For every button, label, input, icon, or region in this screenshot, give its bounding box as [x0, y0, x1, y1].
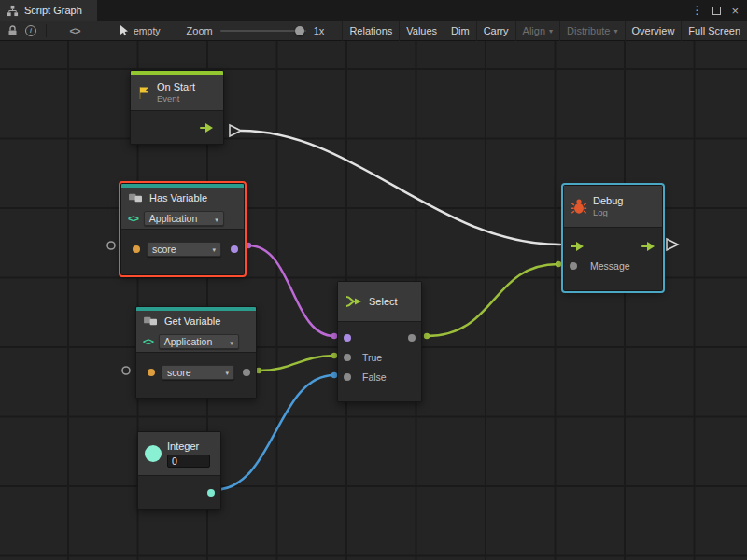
dim-label: Dim [451, 25, 470, 36]
flow-output-port[interactable] [200, 123, 214, 133]
node-header[interactable]: Select [338, 282, 421, 321]
select-true-port[interactable] [344, 354, 351, 361]
zoom-slider[interactable] [220, 25, 306, 36]
selection-status-label: empty [134, 25, 161, 36]
relations-button[interactable]: Relations [342, 21, 399, 41]
node-debug-log[interactable]: Debug Log Message [563, 185, 663, 291]
node-has-variable[interactable]: Has Variable <> Application ▾ score ▾ [120, 183, 245, 275]
node-body [131, 110, 223, 144]
info-icon: i [25, 25, 36, 36]
relations-label: Relations [349, 25, 392, 36]
chevron-down-icon: ▾ [215, 217, 218, 223]
tab-script-graph[interactable]: Script Graph [0, 0, 97, 21]
graph-toolbar: i <> empty Zoom 1x Relations Values Dim … [0, 21, 747, 41]
select-output-port[interactable] [408, 334, 416, 342]
node-body: Message [564, 227, 662, 290]
cursor-icon [120, 25, 129, 36]
node-body: score ▾ [121, 229, 244, 274]
zoom-slider-handle[interactable] [295, 26, 304, 35]
wire-onstart-to-debuglog[interactable] [241, 131, 560, 245]
inspect-button[interactable]: i [21, 21, 40, 41]
distribute-button[interactable]: Distribute▾ [559, 21, 624, 41]
variable-name-port[interactable] [133, 245, 140, 253]
variable-scope-dropdown[interactable]: Application ▾ [159, 334, 239, 349]
values-label: Values [406, 25, 437, 36]
variable-name-value: score [152, 244, 176, 255]
dim-button[interactable]: Dim [444, 21, 476, 41]
flag-icon [137, 86, 151, 100]
overview-button[interactable]: Overview [625, 21, 682, 41]
menu-icon[interactable]: ⋮ [691, 5, 702, 16]
node-title: On Start [157, 81, 195, 92]
select-false-port[interactable] [344, 373, 351, 381]
tab-title: Script Graph [24, 5, 82, 16]
node-header[interactable]: On Start Event [131, 75, 223, 110]
maximize-icon[interactable] [712, 7, 721, 15]
variables-icon [143, 315, 159, 328]
carry-label: Carry [484, 25, 509, 36]
variable-kind-icon: <> [128, 213, 138, 224]
node-body: score ▾ [136, 352, 256, 398]
zoom-slider-track [220, 30, 306, 32]
node-header[interactable]: Has Variable <> Application ▾ [121, 188, 244, 229]
node-subtitle: Event [157, 93, 195, 104]
carry-button[interactable]: Carry [476, 21, 515, 41]
wire-hasvariable-to-select[interactable] [248, 245, 334, 336]
bug-icon [571, 198, 587, 215]
chevron-down-icon: ▾ [230, 340, 233, 346]
node-header[interactable]: Integer 0 [138, 432, 220, 475]
integer-output-port[interactable] [207, 489, 215, 497]
flow-input-port[interactable] [571, 242, 585, 251]
node-title: Integer [167, 441, 210, 452]
align-button[interactable]: Align▾ [515, 21, 559, 41]
full-screen-button[interactable]: Full Screen [681, 21, 747, 41]
node-on-start[interactable]: On Start Event [130, 70, 224, 145]
message-port[interactable] [570, 262, 577, 270]
getvariable-name-port-ring[interactable] [122, 367, 130, 374]
node-body [138, 475, 220, 509]
node-header[interactable]: Get Variable <> Application ▾ [136, 311, 256, 352]
graph-canvas[interactable]: On Start Event Has Variable <> Applicati… [0, 41, 747, 560]
variable-scope-dropdown[interactable]: Application ▾ [144, 211, 224, 226]
node-title: Has Variable [149, 192, 207, 203]
wire-select-to-debuglog-message[interactable] [427, 264, 558, 336]
variable-name-dropdown[interactable]: score ▾ [162, 365, 234, 380]
debuglog-exit-arrow[interactable] [667, 239, 678, 250]
code-view-button[interactable]: <> [65, 21, 84, 41]
toolbar-button-group: Relations Values Dim Carry Align▾ Distri… [342, 21, 747, 41]
wire-getvariable-to-select-true[interactable] [259, 356, 334, 371]
align-label: Align [523, 25, 545, 36]
select-false-label: False [362, 371, 387, 383]
node-header[interactable]: Debug Log [564, 186, 662, 227]
select-condition-port[interactable] [344, 334, 351, 342]
node-body: True False [338, 321, 421, 401]
chevron-down-icon: ▾ [614, 28, 618, 35]
node-title: Debug [593, 195, 623, 206]
variable-kind-icon: <> [143, 336, 153, 347]
variables-icon [128, 192, 144, 204]
selection-status: empty [120, 25, 161, 36]
variable-name-value: score [167, 367, 191, 378]
window-title-bar: Script Graph ⋮ × [0, 0, 747, 21]
select-true-label: True [362, 352, 382, 363]
wire-endpoint-dot [556, 261, 561, 267]
node-integer[interactable]: Integer 0 [137, 431, 221, 510]
variable-name-port[interactable] [148, 369, 155, 376]
hasvariable-name-port-ring[interactable] [107, 242, 115, 249]
values-button[interactable]: Values [399, 21, 444, 41]
full-screen-label: Full Screen [688, 25, 740, 36]
hasvariable-result-port[interactable] [231, 245, 238, 253]
flow-output-port[interactable] [641, 242, 655, 251]
variable-scope-value: Application [164, 336, 212, 347]
flow-start-arrow [230, 125, 241, 136]
getvariable-value-port[interactable] [243, 369, 250, 376]
node-get-variable[interactable]: Get Variable <> Application ▾ score ▾ [135, 306, 257, 399]
integer-value: 0 [172, 455, 177, 467]
variable-name-dropdown[interactable]: score ▾ [147, 242, 221, 257]
integer-value-input[interactable]: 0 [167, 455, 210, 468]
close-icon[interactable]: × [731, 5, 739, 17]
node-select[interactable]: Select True False [337, 281, 422, 402]
lock-button[interactable] [3, 21, 21, 41]
window-controls: ⋮ × [691, 0, 747, 21]
chevron-down-icon: ▾ [225, 370, 229, 376]
